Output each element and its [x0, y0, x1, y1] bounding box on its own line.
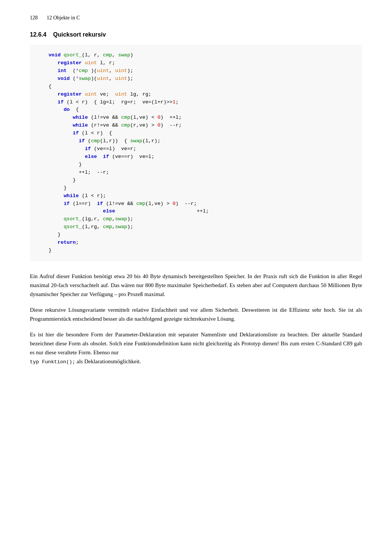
- code-line-8: do {: [49, 106, 351, 114]
- code-line-10: while (r!=ve && cmp(r,ve) > 0) --r;: [49, 122, 351, 130]
- code-line-2: register uint l, r;: [49, 59, 351, 67]
- paragraph-3-text: Es ist hier die besondere Form der Param…: [30, 332, 362, 355]
- code-line-24: }: [49, 231, 351, 239]
- code-line-18: }: [49, 184, 351, 192]
- code-line-22: qsort_(lg,r, cmp,swap);: [49, 215, 351, 223]
- code-line-15: }: [49, 161, 351, 169]
- inline-code-typ: typ Funktion();: [30, 359, 75, 365]
- code-line-20: if (l==r) if (l!=ve && cmp(l,ve) > 0) --…: [49, 200, 351, 208]
- code-line-21: else ++l;: [49, 208, 351, 215]
- page-chapter: 12 Objekte in C: [47, 15, 80, 21]
- code-line-6: register uint ve; uint lg, rg;: [49, 91, 351, 99]
- code-line-14: else if (ve==r) ve=l;: [49, 153, 351, 161]
- code-line-17: }: [49, 177, 351, 184]
- paragraph-2: Diese rekursive Lösungsvariante vermitte…: [30, 305, 362, 323]
- code-line-11: if (l < r) {: [49, 130, 351, 137]
- page-number: 128: [30, 15, 38, 21]
- code-line-25: return;: [49, 239, 351, 247]
- code-line-3: int (*cmp )(uint, uint);: [49, 67, 351, 75]
- code-line-13: if (ve==l) ve=r;: [49, 145, 351, 153]
- paragraph-3-tail: als Deklarationsmöglichkeit.: [77, 358, 141, 364]
- code-line-26: }: [49, 247, 351, 255]
- code-line-16: ++l; --r;: [49, 169, 351, 177]
- code-line-4: void (*swap)(uint, uint);: [49, 75, 351, 83]
- code-line-19: while (l < r);: [49, 192, 351, 200]
- code-line-12: if (cmp(l,r)) { swap(l,r);: [49, 137, 351, 145]
- code-line-7: if (l < r) { lg=l; rg=r; ve=(l+r)>>1;: [49, 99, 351, 106]
- code-block: void qsort_(l, r, cmp, swap) register ui…: [30, 45, 362, 261]
- code-line-23: qsort_(l,rg, cmp,swap);: [49, 223, 351, 231]
- code-line-5: {: [49, 83, 351, 91]
- section-title: Quicksort rekursiv: [53, 31, 106, 38]
- paragraph-3: Es ist hier die besondere Form der Param…: [30, 330, 362, 366]
- section-heading: 12.6.4 Quicksort rekursiv: [30, 31, 362, 38]
- page-header: 128 12 Objekte in C: [30, 15, 362, 21]
- paragraph-1: Ein Aufruf dieser Funktion benötigt etwa…: [30, 272, 362, 299]
- section-number: 12.6.4: [30, 31, 46, 38]
- code-line-9: while (l!=ve && cmp(l,ve) < 0) ++l;: [49, 114, 351, 122]
- code-line-1: void qsort_(l, r, cmp, swap): [49, 52, 351, 59]
